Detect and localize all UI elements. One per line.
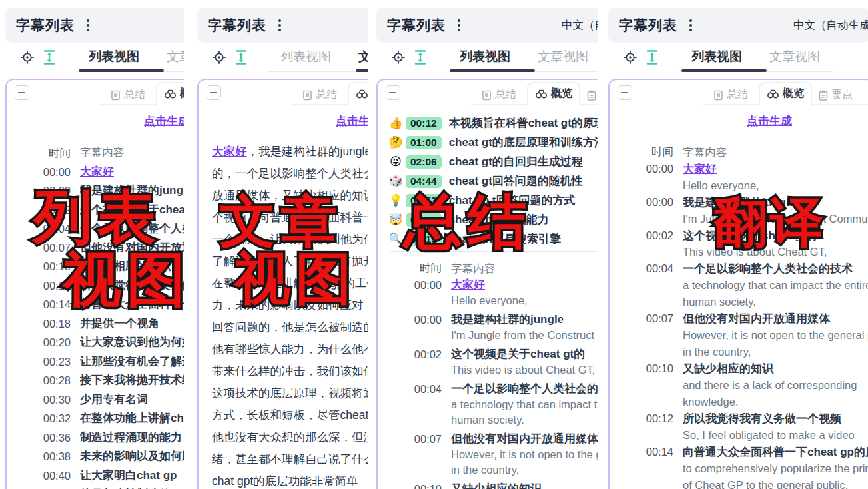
subtitle-row[interactable]: 00:23让那些没有机会了解这件事的人 [7,352,184,372]
subtitle-row[interactable]: 00:10又缺少相应的知识and there is a lack of corr… [610,360,868,410]
annotation-text: 视图 [63,250,191,309]
tab-article-view[interactable]: 文章视图 [769,48,820,65]
subtitle-link[interactable]: 大家好 [80,163,184,182]
subtitle-row[interactable]: 00:40让大家明白chat gp [7,466,184,486]
subtitle-link[interactable]: 大家好 [451,277,598,293]
kebab-menu-icon[interactable] [458,19,460,31]
subtitle-text-zh: 接下来我将抛开技术细节 [80,371,184,390]
subtitle-tool-composite: 字幕列表 列表视图 文章视图 总结 [0,0,868,489]
chapter-row[interactable]: 😜02:06cheat gt的自回归生成过程 [386,152,598,171]
tab-overview[interactable]: 概览 [156,82,184,107]
subtitle-row[interactable]: 00:00大家好Hello everyone, [378,277,598,308]
tab-article-view[interactable]: 文章视图 [538,48,588,65]
overview-binoculars-icon [164,89,177,99]
tab-list-view[interactable]: 列表视图 [460,48,510,65]
subtitle-row[interactable]: 00:00大家好Hello everyone, [610,161,868,194]
expand-vertical-icon[interactable] [234,49,248,65]
kebab-menu-icon[interactable] [278,19,281,31]
chapter-row[interactable]: 👍00:12本视频旨在科普cheat gt的原理 [386,113,598,133]
chapter-timestamp-badge[interactable]: 04:44 [406,175,442,188]
subtitle-row[interactable]: 00:44他是怎么被制造的 [7,485,184,489]
locate-icon[interactable] [20,50,35,65]
subtitle-timestamp: 00:44 [29,485,71,489]
generate-link[interactable]: 点击生成 [298,113,368,129]
subtitle-row[interactable]: 00:12所以我觉得我有义务做一个视频So, I feel obligated … [610,410,868,444]
subtitle-row[interactable]: 00:07但他没有对国内开放通用媒体However, it is not ope… [610,310,868,360]
summary-doc-icon [111,90,121,101]
subtitle-content: 但他没有对国内开放通用媒体However, it is not open to … [683,310,868,360]
tab-summary[interactable]: 总结 [297,85,342,105]
tab-article-view[interactable]: 文章视图 [167,48,184,65]
subtitle-row[interactable]: 00:04一个足以影响整个人类社会的技术a technology that ca… [378,381,598,428]
expand-vertical-icon[interactable] [43,49,56,65]
overview-binoculars-icon [767,89,779,99]
tab-list-view[interactable]: 列表视图 [280,48,331,65]
expand-vertical-icon[interactable] [414,49,427,65]
subtitle-row[interactable]: 00:00大家好 [7,163,184,182]
subtitle-row[interactable]: 00:07但他没有对国内开放通用媒体However, it is not ope… [378,431,598,478]
subtitle-timestamp: 00:02 [632,227,673,260]
tab-overview[interactable]: 概览 [527,82,580,107]
subtitle-text-zh: 但他没有对国内开放通用媒体 [451,431,598,447]
subtitle-timestamp: 00:14 [632,444,673,489]
subtitle-content: 又缺少相应的知识 [451,481,598,489]
locate-icon[interactable] [391,50,406,65]
subtitle-row[interactable]: 00:14向普通大众全面科普一下cheat gp的原理to comprehens… [610,444,868,489]
tab-active-underline [79,69,164,72]
subtitle-row[interactable]: 00:32在整体功能上讲解chat gpt [7,409,184,428]
chapter-timestamp-badge[interactable]: 01:00 [406,136,442,149]
panel-title: 字幕列表 [16,16,75,35]
tab-keypoints[interactable]: 要点 [813,85,858,105]
chapter-timestamp-badge[interactable]: 00:12 [406,117,442,130]
tab-summary[interactable]: 总结 [476,85,522,105]
tab-list-view[interactable]: 列表视图 [691,48,742,65]
subtitle-row[interactable]: 00:00我是建构社群的jungleI'm Jungle from the Co… [378,312,598,343]
collapse-button[interactable] [618,85,632,100]
subtitle-timestamp: 00:40 [29,466,71,486]
collapse-button[interactable] [15,85,29,100]
subtitle-link[interactable]: 大家好 [683,161,868,177]
subtitle-row[interactable]: 00:10又缺少相应的知识 [378,481,598,489]
subtitle-row[interactable]: 00:02这个视频是关于cheat gt的This video is about… [378,346,598,378]
panel-title: 字幕列表 [619,16,677,35]
chapter-emoji-icon: 😜 [386,155,406,169]
locate-icon[interactable] [212,50,226,65]
subtitle-timestamp: 00:28 [29,371,71,390]
chapter-row[interactable]: 🤔01:00cheat gt的底层原理和训练方法 [386,133,598,152]
collapse-button[interactable] [386,85,400,100]
subtitle-text-en: human society. [683,294,868,310]
generate-link[interactable]: 点击生成 [709,113,829,129]
subtitle-text-zh: 一个足以影响整个人类社会的技术 [683,260,868,277]
subtitle-row[interactable]: 00:30少用专有名词 [7,390,184,410]
expand-vertical-icon[interactable] [646,49,659,65]
subtitle-row[interactable]: 00:20让大家意识到他为何如此强大 [7,333,184,352]
kebab-menu-icon[interactable] [87,19,89,31]
tab-list-view[interactable]: 列表视图 [89,48,139,65]
subtitle-row[interactable]: 00:28接下来我将抛开技术细节 [7,371,184,390]
article-line: chat gpt的底层功能非常简单 [212,470,368,489]
kebab-menu-icon[interactable] [689,19,692,31]
tab-keypoints[interactable]: 要点 [582,85,598,105]
subtitle-link[interactable]: 大家好 [212,145,247,158]
subtitle-timestamp: 00:00 [29,163,71,182]
keypoints-clipboard-icon [587,90,596,101]
chapter-emoji-icon: 💡 [386,193,406,207]
chapter-timestamp-badge[interactable]: 02:06 [406,155,442,169]
subtitle-row[interactable]: 00:36制造过程涌现的能力 [7,428,184,448]
subtitle-timestamp: 00:07 [632,310,673,360]
tab-overview[interactable]: 概览 [759,82,812,107]
collapse-button[interactable] [207,85,221,100]
subtitle-text-en: However, it is not open to the general p… [451,447,598,462]
tab-summary[interactable]: 总结 [708,85,753,105]
generate-link[interactable]: 点击生成 [107,113,184,129]
tab-summary[interactable]: 总结 [105,85,151,105]
tab-article-view[interactable]: 文章视图 [358,48,368,65]
locate-icon[interactable] [623,50,638,65]
tab-active-underline [450,69,535,72]
tab-overview[interactable]: 概览 [348,82,368,107]
subtitle-row[interactable]: 00:04一个足以影响整个人类社会的技术a technology that ca… [610,260,868,310]
subtitle-text-zh: 未来的影响以及如何应对 [80,447,184,466]
panel-header: 字幕列表 [5,8,184,43]
subtitle-row[interactable]: 00:18并提供一个视角 [7,314,184,334]
subtitle-row[interactable]: 00:38未来的影响以及如何应对 [7,447,184,466]
